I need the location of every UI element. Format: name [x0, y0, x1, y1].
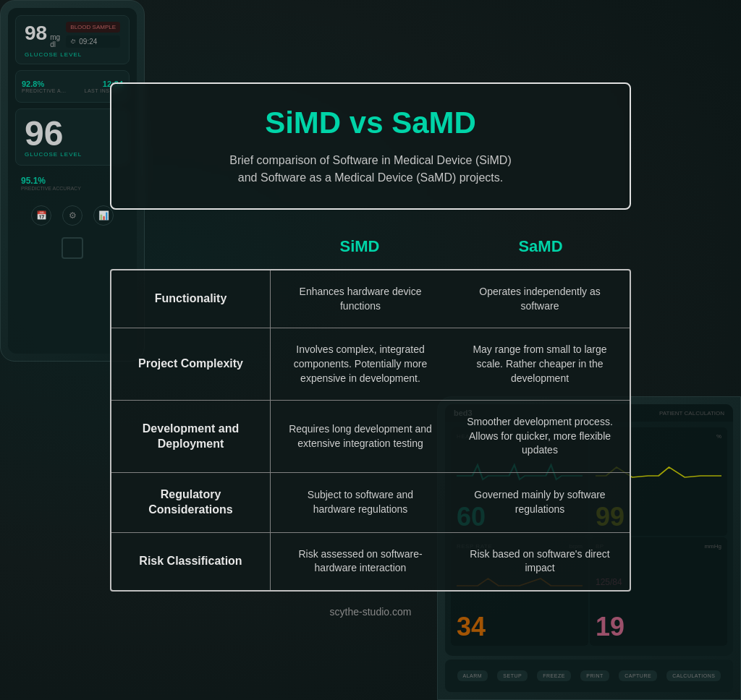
title-box: SiMD vs SaMD Brief comparison of Softwar… — [110, 82, 631, 210]
calendar-icon: 📅 — [31, 205, 51, 226]
predictive-label: PREDICTIVE A... — [22, 88, 67, 93]
row-risk: Risk Classification Risk assessed on sof… — [111, 533, 630, 590]
cell-risk-samd: Risk based on software's direct impact — [450, 533, 630, 590]
btn-freeze[interactable]: FREEZE — [537, 670, 571, 681]
cell-deployment-simd: Requires long development and extensive … — [271, 401, 450, 472]
temp-value: 19 — [596, 614, 721, 640]
row-header-functionality: Functionality — [111, 270, 271, 328]
row-regulatory: Regulatory Considerations Subject to sof… — [111, 473, 630, 533]
glucose-number: 98 — [25, 22, 47, 45]
accuracy-label: PREDICTIVE ACCURACY — [21, 186, 124, 191]
predictive-value: 92.8% — [22, 80, 67, 88]
cell-complexity-samd: May range from small to large scale. Rat… — [450, 328, 630, 400]
row-header-complexity: Project Complexity — [111, 328, 271, 400]
main-card: SiMD vs SaMD Brief comparison of Softwar… — [110, 82, 631, 618]
glucose-big-label: GLUCOSE LEVEL — [25, 151, 120, 158]
resp-value: 34 — [457, 614, 583, 640]
cell-regulatory-samd: Governed mainly by software regulations — [450, 473, 630, 532]
cell-deployment-samd: Smoother development process. Allows for… — [450, 401, 630, 472]
monitor-buttons: ALARM SETUP FREEZE PRINT CAPTURE CALCULA… — [445, 660, 733, 692]
cell-functionality-samd: Operates independently as software — [450, 270, 630, 328]
row-header-deployment: Development and Deployment — [111, 401, 271, 472]
blood-badge: BLOOD SAMPLE — [66, 22, 120, 33]
row-functionality: Functionality Enhances hardware device f… — [111, 270, 630, 328]
cell-risk-simd: Risk assessed on software-hardware inter… — [271, 533, 450, 590]
cell-regulatory-simd: Subject to software and hardware regulat… — [271, 473, 450, 532]
time-badge: ⏱ 09:24 — [66, 35, 120, 48]
glucose-label: GLUCOSE LEVEL — [25, 51, 120, 58]
row-deployment: Development and Deployment Requires long… — [111, 401, 630, 473]
footer-text: scythe-studio.com — [330, 606, 412, 618]
row-header-regulatory: Regulatory Considerations — [111, 473, 271, 532]
col-empty — [110, 231, 269, 262]
page-subtitle: Brief comparison of Software in Medical … — [140, 152, 601, 187]
cell-functionality-simd: Enhances hardware device functions — [271, 270, 450, 328]
square-icon — [62, 237, 83, 259]
monitor-subtitle: PATIENT CALCULATION — [659, 410, 724, 417]
comparison-table: Functionality Enhances hardware device f… — [110, 269, 631, 592]
footer: scythe-studio.com — [110, 606, 631, 618]
glucose-dl: dl — [50, 41, 60, 48]
row-complexity: Project Complexity Involves complex, int… — [111, 328, 630, 401]
accuracy-value: 95.1% — [21, 176, 124, 186]
glucose-big: 96 — [25, 116, 120, 151]
col-header-samd: SaMD — [450, 231, 631, 262]
btn-calculations[interactable]: CALCULATIONS — [666, 670, 721, 681]
page-title: SiMD vs SaMD — [140, 106, 601, 140]
settings-icon: ⚙ — [62, 205, 82, 226]
btn-setup[interactable]: SETUP — [497, 670, 528, 681]
column-headers: SiMD SaMD — [110, 231, 631, 269]
row-header-risk: Risk Classification — [111, 533, 271, 590]
btn-print[interactable]: PRINT — [580, 670, 609, 681]
btn-capture[interactable]: CAPTURE — [619, 670, 657, 681]
btn-alarm[interactable]: ALARM — [457, 670, 488, 681]
col-header-simd: SiMD — [269, 231, 450, 262]
cell-complexity-simd: Involves complex, integrated components.… — [271, 328, 450, 400]
